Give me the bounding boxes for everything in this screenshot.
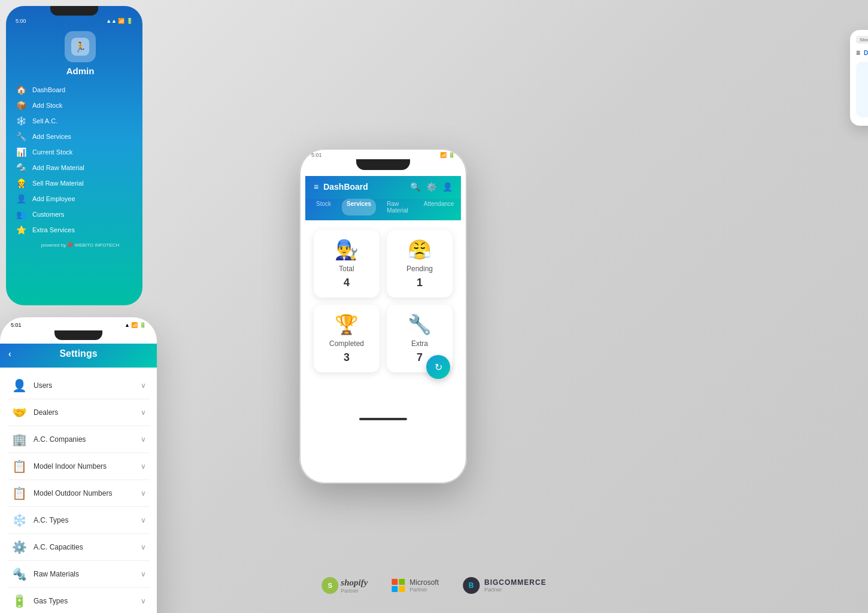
menu-add-stock[interactable]: 📦Add Stock [16, 98, 142, 113]
completed-value: 3 [344, 351, 350, 364]
total-value: 4 [344, 277, 350, 289]
settings-header: ‹ Settings [0, 344, 157, 368]
phone1-logo-icon: 🏃 [65, 31, 96, 62]
back-button[interactable]: ‹ [8, 349, 11, 359]
stock-card-overlay: Stock Services ≡ DashBoard 📋 Current Sto… [850, 30, 868, 126]
menu-sell-raw[interactable]: 👷Sell Raw Material [16, 175, 142, 191]
phone3-notch-area [0, 330, 157, 344]
ac-capacities-label: A.C. Capacities [34, 543, 83, 551]
gas-types-icon: 🔋 [11, 594, 28, 608]
dealers-label: Dealers [34, 408, 58, 417]
settings-ac-types[interactable]: ❄️ A.C. Types ∨ [7, 507, 150, 534]
dealers-chevron: ∨ [141, 408, 146, 417]
settings-model-outdoor[interactable]: 📋 Model Outdoor Numbers ∨ [7, 480, 150, 507]
menu-add-services[interactable]: 🔧Add Services [16, 129, 142, 144]
current-stock-box: 📋 Current Stock 10 [856, 62, 868, 117]
menu-extra-services[interactable]: ⭐Extra Services [16, 222, 142, 238]
raw-materials-chevron: ∨ [141, 570, 146, 578]
menu-current-stock[interactable]: 📊Current Stock [16, 144, 142, 160]
model-indoor-label: Model Indoor Numbers [34, 462, 107, 471]
menu-add-raw[interactable]: 🔩Add Raw Material [16, 160, 142, 175]
users-icon: 👤 [11, 378, 28, 393]
bigcommerce-icon: B [463, 577, 479, 594]
ac-capacities-icon: ⚙️ [11, 540, 28, 554]
tab-raw-material[interactable]: Raw Material [382, 199, 413, 216]
extra-value: 7 [417, 351, 423, 364]
menu-customers[interactable]: 👥Customers [16, 207, 142, 222]
completed-label: Completed [329, 339, 364, 348]
ms-cell-yellow [399, 586, 405, 592]
menu-sell-ac[interactable]: ❄️Sell A.C. [16, 113, 142, 129]
bigcommerce-logo: B BIGCOMMERCE Partner [463, 577, 547, 594]
svg-text:🏃: 🏃 [74, 41, 86, 53]
phone2-icons: 📶 🔋 [440, 152, 455, 158]
microsoft-text: Microsoft Partner [409, 578, 439, 593]
phone-right: 5:01 ▲ 📶 🔋 ‹ Settings 👤 Users ∨ 🤝 Dealer… [0, 317, 157, 613]
raw-materials-icon: 🔩 [11, 567, 28, 581]
ac-types-icon: ❄️ [11, 513, 28, 527]
settings-gas-types[interactable]: 🔋 Gas Types ∨ [7, 588, 150, 613]
menu-icon[interactable]: ≡ [314, 182, 318, 192]
phone1-statusbar: 5:00 ▲▲ 📶 🔋 [6, 16, 142, 26]
model-outdoor-icon: 📋 [11, 486, 28, 500]
phone2-time: 5:01 [311, 152, 322, 158]
settings-users[interactable]: 👤 Users ∨ [7, 372, 150, 399]
powered-by: powered by ❤️ WEBITO INFOTECH [6, 242, 142, 248]
tab-stock[interactable]: Stock [311, 199, 336, 216]
settings-icon[interactable]: ⚙️ [426, 182, 436, 192]
ms-cell-green [399, 579, 405, 585]
phone1-notch [50, 6, 98, 16]
users-chevron: ∨ [141, 381, 146, 390]
extra-icon: 🔧 [408, 313, 432, 336]
settings-ac-companies[interactable]: 🏢 A.C. Companies ∨ [7, 426, 150, 453]
phone3-statusbar: 5:01 ▲ 📶 🔋 [0, 317, 157, 330]
microsoft-logo: Microsoft Partner [391, 578, 439, 593]
phone1-time: 5:00 [16, 18, 26, 24]
settings-title: Settings [59, 348, 97, 359]
pending-label: Pending [406, 265, 433, 273]
ms-cell-blue [391, 586, 397, 592]
phone2-screen: ≡ DashBoard 🔍 ⚙️ 👤 Stock Services Raw Ma… [305, 176, 461, 412]
completed-icon: 🏆 [335, 313, 359, 336]
phone2-title: DashBoard [323, 182, 368, 192]
card-tab-stock[interactable]: Stock [856, 36, 868, 44]
phone1-logo-area: 🏃 Admin 🏠DashBoard 📦Add Stock ❄️Sell A.C… [6, 26, 142, 305]
ac-companies-chevron: ∨ [141, 435, 146, 444]
pending-value: 1 [417, 277, 423, 289]
raw-materials-label: Raw Materials [34, 570, 79, 578]
tab-attendance[interactable]: Attendance [419, 199, 459, 216]
phone3-icons: ▲ 📶 🔋 [125, 322, 146, 328]
search-icon[interactable]: 🔍 [410, 182, 420, 192]
ac-companies-label: A.C. Companies [34, 435, 86, 444]
phone2-action-icons: 🔍 ⚙️ 👤 [410, 182, 453, 192]
stat-pending[interactable]: 😤 Pending 1 [387, 230, 453, 298]
phone2-bottom: ↻ [305, 382, 461, 412]
menu-dashboard[interactable]: 🏠DashBoard [16, 82, 142, 98]
phone2-statusbar: 5:01 📶 🔋 [299, 148, 467, 159]
phone2-notch-area [299, 159, 467, 176]
fab-refresh[interactable]: ↻ [426, 355, 450, 379]
stat-total[interactable]: 👨‍🔧 Total 4 [314, 230, 380, 298]
model-outdoor-label: Model Outdoor Numbers [34, 489, 112, 497]
users-label: Users [34, 381, 52, 390]
phone3-time: 5:01 [11, 322, 22, 328]
model-indoor-chevron: ∨ [141, 462, 146, 471]
settings-model-indoor[interactable]: 📋 Model Indoor Numbers ∨ [7, 453, 150, 480]
gas-types-label: Gas Types [34, 597, 68, 605]
settings-dealers[interactable]: 🤝 Dealers ∨ [7, 399, 150, 426]
stat-completed[interactable]: 🏆 Completed 3 [314, 305, 380, 372]
settings-raw-materials[interactable]: 🔩 Raw Materials ∨ [7, 561, 150, 588]
ac-companies-icon: 🏢 [11, 432, 28, 447]
model-outdoor-chevron: ∨ [141, 489, 146, 497]
tab-services[interactable]: Services [342, 199, 376, 216]
dealers-icon: 🤝 [11, 405, 28, 420]
bottom-logos: S shopify Partner Microsoft Partner B BI… [321, 577, 546, 594]
card-header: ≡ DashBoard [856, 48, 868, 57]
phone2-home-bar [359, 418, 407, 420]
extra-label: Extra [411, 339, 428, 348]
settings-list: 👤 Users ∨ 🤝 Dealers ∨ 🏢 A.C. Companies ∨… [0, 368, 157, 613]
user-icon[interactable]: 👤 [442, 182, 453, 192]
menu-add-employee[interactable]: 👤Add Employee [16, 191, 142, 207]
ac-types-chevron: ∨ [141, 516, 146, 524]
settings-ac-capacities[interactable]: ⚙️ A.C. Capacities ∨ [7, 534, 150, 561]
